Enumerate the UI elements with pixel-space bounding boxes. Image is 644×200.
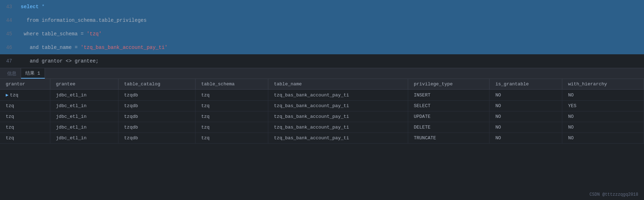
cell-privilege_type: DELETE bbox=[408, 122, 490, 133]
cell-grantor: tzq bbox=[0, 133, 50, 144]
line-number: 45 bbox=[0, 27, 18, 41]
table-row[interactable]: tzqjdbc_etl_intzqdbtzqtzq_bas_bank_accou… bbox=[0, 111, 644, 122]
cell-is_grantable: NO bbox=[490, 101, 562, 111]
cell-grantee: jdbc_etl_in bbox=[50, 90, 118, 101]
result-tabs[interactable]: 信息 结果 1 bbox=[0, 68, 644, 79]
cell-grantor: tzq bbox=[0, 101, 50, 111]
cell-is_grantable: NO bbox=[490, 122, 562, 133]
col-header-table_schema: table_schema bbox=[196, 79, 268, 90]
tab-result[interactable]: 结果 1 bbox=[21, 68, 45, 79]
code-line-44: 44 from information_schema.table_privile… bbox=[0, 14, 644, 27]
cell-privilege_type: SELECT bbox=[408, 101, 490, 111]
cell-grantee: jdbc_etl_in bbox=[50, 111, 118, 122]
cell-with_hierarchy: NO bbox=[562, 122, 644, 133]
line-content: select * bbox=[18, 0, 644, 14]
code-line-47: 47 and grantor <> grantee; bbox=[0, 54, 644, 68]
cell-grantor: tzq bbox=[0, 122, 50, 133]
cell-table_name: tzq_bas_bank_account_pay_ti bbox=[268, 111, 408, 122]
cell-grantee: jdbc_etl_in bbox=[50, 101, 118, 111]
line-number: 46 bbox=[0, 41, 18, 54]
cell-is_grantable: NO bbox=[490, 133, 562, 144]
line-content: where table_schema = 'tzq' bbox=[18, 27, 644, 41]
cell-table_schema: tzq bbox=[196, 133, 268, 144]
cell-table_catalog: tzqdb bbox=[118, 90, 195, 101]
cell-privilege_type: TRUNCATE bbox=[408, 133, 490, 144]
cell-with_hierarchy: NO bbox=[562, 133, 644, 144]
table-row[interactable]: tzqjdbc_etl_intzqdbtzqtzq_bas_bank_accou… bbox=[0, 101, 644, 111]
code-editor: 43select *44 from information_schema.tab… bbox=[0, 0, 644, 68]
code-line-43: 43select * bbox=[0, 0, 644, 14]
cell-is_grantable: NO bbox=[490, 111, 562, 122]
cell-table_name: tzq_bas_bank_account_pay_ti bbox=[268, 122, 408, 133]
line-content: and table_name = 'tzq_bas_bank_account_p… bbox=[18, 41, 644, 54]
line-number: 43 bbox=[0, 0, 18, 14]
cell-grantee: jdbc_etl_in bbox=[50, 133, 118, 144]
cell-table_name: tzq_bas_bank_account_pay_ti bbox=[268, 133, 408, 144]
code-line-45: 45 where table_schema = 'tzq' bbox=[0, 27, 644, 41]
cell-with_hierarchy: NO bbox=[562, 111, 644, 122]
col-header-table_name: table_name bbox=[268, 79, 408, 90]
col-header-grantor: grantor bbox=[0, 79, 50, 90]
cell-table_catalog: tzqdb bbox=[118, 101, 195, 111]
col-header-privilege_type: privilege_type bbox=[408, 79, 490, 90]
cell-table_catalog: tzqdb bbox=[118, 122, 195, 133]
col-header-with_hierarchy: with_hierarchy bbox=[562, 79, 644, 90]
cell-table_schema: tzq bbox=[196, 90, 268, 101]
line-content: and grantor <> grantee; bbox=[18, 54, 644, 68]
cell-with_hierarchy: YES bbox=[562, 101, 644, 111]
cell-is_grantable: NO bbox=[490, 90, 562, 101]
cell-table_schema: tzq bbox=[196, 101, 268, 111]
cell-grantor: tzq bbox=[0, 90, 50, 101]
results-table: grantorgranteetable_catalogtable_schemat… bbox=[0, 79, 644, 144]
cell-privilege_type: INSERT bbox=[408, 90, 490, 101]
results-area: grantorgranteetable_catalogtable_schemat… bbox=[0, 79, 644, 144]
code-line-46: 46 and table_name = 'tzq_bas_bank_accoun… bbox=[0, 41, 644, 54]
cell-grantee: jdbc_etl_in bbox=[50, 122, 118, 133]
col-header-grantee: grantee bbox=[50, 79, 118, 90]
cell-with_hierarchy: NO bbox=[562, 90, 644, 101]
col-header-table_catalog: table_catalog bbox=[118, 79, 195, 90]
table-row[interactable]: tzqjdbc_etl_intzqdbtzqtzq_bas_bank_accou… bbox=[0, 133, 644, 144]
table-row[interactable]: tzqjdbc_etl_intzqdbtzqtzq_bas_bank_accou… bbox=[0, 122, 644, 133]
cell-table_schema: tzq bbox=[196, 111, 268, 122]
line-number: 47 bbox=[0, 54, 18, 68]
cell-table_name: tzq_bas_bank_account_pay_ti bbox=[268, 90, 408, 101]
watermark: CSDN @tttzzzqgq2018 bbox=[589, 192, 638, 197]
cell-privilege_type: UPDATE bbox=[408, 111, 490, 122]
line-content: from information_schema.table_privileges bbox=[18, 14, 644, 27]
cell-table_name: tzq_bas_bank_account_pay_ti bbox=[268, 101, 408, 111]
tab-info[interactable]: 信息 bbox=[3, 68, 21, 79]
cell-table_schema: tzq bbox=[196, 122, 268, 133]
cell-grantor: tzq bbox=[0, 111, 50, 122]
cell-table_catalog: tzqdb bbox=[118, 111, 195, 122]
col-header-is_grantable: is_grantable bbox=[490, 79, 562, 90]
cell-table_catalog: tzqdb bbox=[118, 133, 195, 144]
line-number: 44 bbox=[0, 14, 18, 27]
table-row[interactable]: tzqjdbc_etl_intzqdbtzqtzq_bas_bank_accou… bbox=[0, 90, 644, 101]
